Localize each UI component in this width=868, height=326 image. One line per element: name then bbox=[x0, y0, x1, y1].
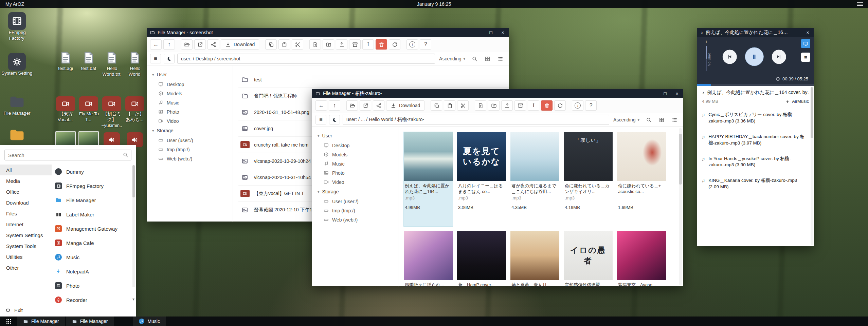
paste-button[interactable] bbox=[444, 100, 455, 111]
refresh-button[interactable] bbox=[554, 100, 566, 111]
playlist-item[interactable]: ♫In Your Hands＿yusukeP cover. by 柘榴-zaku… bbox=[697, 151, 814, 173]
category-media[interactable]: Media bbox=[0, 175, 52, 186]
scrollbar-thumb[interactable] bbox=[811, 87, 813, 138]
topbar-menu-icon[interactable] bbox=[857, 2, 863, 6]
sidebar-item-models[interactable]: Models bbox=[312, 150, 398, 159]
sort-dropdown[interactable]: Ascending▾ bbox=[613, 117, 639, 122]
app-item-manga-cafe[interactable]: Manga Cafe bbox=[52, 236, 136, 250]
scrollbar-thumb[interactable] bbox=[132, 165, 135, 197]
sidebar-item-photo[interactable]: Photo bbox=[312, 168, 398, 177]
back-button[interactable]: ← bbox=[315, 100, 327, 111]
window-music-player[interactable]: ♪ 例えば、今此処に置かれた花に＿164 c... – × + Volume −… bbox=[697, 28, 814, 246]
desktop-file-image-2[interactable] bbox=[77, 128, 100, 147]
list-view-button[interactable] bbox=[495, 54, 505, 63]
upload-button[interactable] bbox=[336, 39, 347, 50]
sidebar-item-user-drive[interactable]: User (user:/) bbox=[147, 136, 233, 145]
scrollbar[interactable] bbox=[811, 87, 813, 245]
desktop-file-video-4[interactable]: 【...た】あめち... bbox=[124, 92, 146, 123]
open-button[interactable] bbox=[346, 100, 358, 111]
sidebar-group-storage[interactable]: ▾Storage bbox=[312, 187, 398, 197]
sort-dropdown[interactable]: Ascending▾ bbox=[439, 56, 465, 61]
app-item-music[interactable]: Music bbox=[52, 250, 136, 264]
w1-minimize-button[interactable]: – bbox=[474, 30, 484, 35]
category-other[interactable]: Other bbox=[0, 262, 52, 273]
search-input[interactable] bbox=[4, 150, 131, 160]
delete-button[interactable] bbox=[376, 39, 387, 50]
app-item-recorder[interactable]: Recorder bbox=[52, 293, 136, 304]
sidebar-item-video[interactable]: Video bbox=[147, 116, 233, 126]
search-button[interactable] bbox=[469, 54, 480, 63]
app-launcher-button[interactable] bbox=[0, 317, 17, 326]
desktop-file-audio-1[interactable] bbox=[101, 128, 123, 147]
category-office[interactable]: Office bbox=[0, 186, 52, 197]
desktop-file-image-1[interactable] bbox=[54, 128, 77, 147]
grid-item[interactable]: 蒼＿HamP cover... bbox=[457, 231, 506, 287]
open-external-button[interactable] bbox=[194, 39, 206, 50]
sidebar-toggle-button[interactable]: ≡ bbox=[315, 115, 326, 124]
taskbar-item-file-manager-2[interactable]: File Manager bbox=[66, 317, 114, 326]
category-files[interactable]: Files bbox=[0, 208, 52, 219]
download-button[interactable]: Download bbox=[221, 39, 259, 50]
grid-item-selected[interactable]: 例えば、今此処に置かれた花に＿164... .mp3 4.99MB bbox=[404, 132, 453, 226]
scroll-down-icon[interactable]: ▾ bbox=[132, 297, 134, 302]
sidebar-item-photo[interactable]: Photo bbox=[147, 107, 233, 116]
desktop-file-hello-world-txt[interactable]: Hello World.txt bbox=[101, 46, 123, 77]
app-item-photo[interactable]: Photo bbox=[52, 279, 136, 293]
app-item-management-gateway[interactable]: Management Gateway bbox=[52, 222, 136, 236]
next-track-button[interactable] bbox=[772, 50, 786, 64]
cut-button[interactable] bbox=[457, 100, 469, 111]
copy-button[interactable] bbox=[265, 39, 277, 50]
scrollbar-thumb[interactable] bbox=[679, 134, 682, 185]
search-button[interactable] bbox=[644, 115, 654, 124]
playlist-toggle-button[interactable]: ≡ bbox=[801, 53, 810, 62]
scrollbar[interactable] bbox=[679, 128, 682, 285]
exit-button[interactable]: Exit bbox=[0, 304, 136, 317]
properties-button[interactable]: i bbox=[572, 100, 583, 111]
desktop-file-video-2[interactable]: Fly Me To T... bbox=[77, 92, 100, 123]
taskbar-item-music[interactable]: Music bbox=[133, 317, 166, 326]
volume-slider[interactable]: + Volume − bbox=[703, 39, 710, 78]
sidebar-item-tmp-drive[interactable]: tmp (tmp:/) bbox=[147, 145, 233, 154]
category-system-tools[interactable]: System Tools bbox=[0, 241, 52, 251]
new-folder-button[interactable] bbox=[323, 39, 334, 50]
theme-moon-button[interactable] bbox=[164, 54, 175, 63]
w1-close-button[interactable]: × bbox=[498, 30, 507, 35]
sidebar-toggle-button[interactable]: ≡ bbox=[150, 54, 161, 63]
sidebar-item-models[interactable]: Models bbox=[147, 89, 233, 98]
volume-down-icon[interactable]: − bbox=[705, 72, 708, 78]
properties-button[interactable]: i bbox=[406, 39, 418, 50]
desktop-icon-file-manager[interactable]: File Manager bbox=[1, 91, 33, 116]
w1-titlebar[interactable]: File Manager - screenshot – □ × bbox=[147, 28, 509, 37]
grid-item[interactable]: 夏を見て いるかな 八月のレイニー＿はるまきごはん co... .mp3 3.0… bbox=[457, 132, 506, 226]
sidebar-item-music[interactable]: Music bbox=[312, 159, 398, 168]
w1-maximize-button[interactable]: □ bbox=[486, 30, 495, 35]
sidebar-item-tmp-drive[interactable]: tmp (tmp:/) bbox=[312, 206, 398, 215]
grid-item[interactable]: 「寂しい」 命に嫌われている＿カンザキイオリ... .mp3 4.19MB bbox=[564, 132, 613, 226]
rename-button[interactable]: I bbox=[362, 39, 374, 50]
list-view-button[interactable] bbox=[669, 115, 680, 124]
back-button[interactable]: ← bbox=[150, 39, 162, 50]
desktop-file-audio-2[interactable] bbox=[124, 128, 146, 147]
cut-button[interactable] bbox=[292, 39, 303, 50]
rename-button[interactable]: I bbox=[528, 100, 539, 111]
window-file-manager-zakuro[interactable]: File Manager - 柘榴-zakuro- – □ × ← ↑ Down… bbox=[312, 89, 683, 286]
help-button[interactable]: ? bbox=[420, 39, 431, 50]
category-all[interactable]: All bbox=[0, 165, 52, 175]
pause-button[interactable] bbox=[745, 47, 763, 66]
upload-button[interactable] bbox=[501, 100, 513, 111]
w2-maximize-button[interactable]: □ bbox=[661, 91, 670, 96]
sidebar-item-desktop[interactable]: Desktop bbox=[147, 80, 233, 89]
file-row[interactable]: test bbox=[238, 72, 509, 88]
grid-item[interactable]: 命に嫌われている＿+ acoustic co... 1.69MB bbox=[617, 132, 666, 226]
new-file-button[interactable] bbox=[309, 39, 321, 50]
app-item-label-maker[interactable]: Label Maker bbox=[52, 207, 136, 222]
sidebar-item-web-drive[interactable]: Web (web:/) bbox=[147, 154, 233, 163]
app-item-file-manager[interactable]: File Manager bbox=[52, 193, 136, 207]
app-item-notepada[interactable]: NotepadA bbox=[52, 264, 136, 279]
sidebar-group-storage[interactable]: ▾Storage bbox=[147, 126, 233, 136]
refresh-button[interactable] bbox=[389, 39, 400, 50]
grid-view-button[interactable] bbox=[656, 115, 667, 124]
player-minimize-button[interactable]: – bbox=[791, 30, 800, 35]
sidebar-group-user[interactable]: ▾User bbox=[312, 131, 398, 141]
previous-track-button[interactable] bbox=[722, 50, 737, 64]
